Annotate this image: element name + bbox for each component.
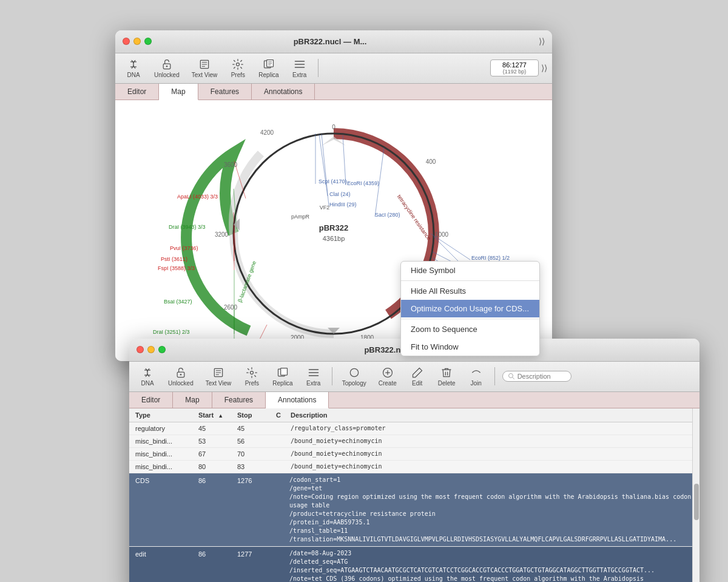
features-traffic-lights bbox=[136, 346, 166, 353]
menu-fit-window[interactable]: Fit to Window bbox=[401, 338, 539, 356]
row5-start: 86 bbox=[197, 476, 234, 485]
map-tabbar: Editor Map Features Annotations bbox=[115, 84, 552, 100]
row1-desc: /regulatory_class=promoter bbox=[289, 424, 695, 432]
features-toolbar-join[interactable]: Join bbox=[463, 364, 490, 389]
delete-icon bbox=[440, 367, 453, 379]
row3-desc: /bound_moiety=echinomycin bbox=[289, 450, 695, 458]
svg-text:1000: 1000 bbox=[435, 231, 449, 238]
maximize-button[interactable] bbox=[144, 38, 152, 45]
tab-editor[interactable]: Editor bbox=[115, 84, 159, 100]
row3-type: misc_bindi... bbox=[134, 450, 195, 458]
svg-point-90 bbox=[350, 368, 358, 376]
table-row-edit[interactable]: edit 86 1277 /date=08-Aug-2023 /deleted_… bbox=[129, 547, 699, 583]
svg-point-6 bbox=[237, 63, 240, 66]
row6-start: 86 bbox=[197, 549, 234, 558]
features-lock-open-icon bbox=[175, 367, 187, 379]
filter-search[interactable] bbox=[502, 371, 571, 382]
svg-text:0: 0 bbox=[332, 124, 335, 130]
col-stop: Stop bbox=[236, 411, 272, 419]
svg-text:pBR322: pBR322 bbox=[319, 223, 348, 232]
features-tab-map[interactable]: Map bbox=[173, 392, 212, 408]
features-toolbar-prefs[interactable]: Prefs bbox=[238, 364, 265, 389]
tab-annotations[interactable]: Annotations bbox=[252, 84, 315, 100]
svg-line-95 bbox=[512, 377, 514, 379]
features-toolbar-replica[interactable]: Replica bbox=[268, 364, 297, 389]
features-toolbar-textview[interactable]: Text View bbox=[201, 364, 237, 389]
col-start[interactable]: Start ▲ bbox=[197, 411, 234, 419]
expand-icon[interactable]: ⟩⟩ bbox=[539, 36, 545, 46]
toolbar-prefs[interactable]: Prefs bbox=[224, 56, 251, 81]
table-row[interactable]: misc_bindi... 53 56 /bound_moiety=echino… bbox=[129, 435, 699, 448]
menu-hide-all-results[interactable]: Hide All Results bbox=[401, 282, 539, 300]
features-tabbar: Editor Map Features Annotations bbox=[129, 392, 699, 408]
position-display[interactable]: 86:1277 (1192 bp) bbox=[490, 59, 539, 76]
features-tab-features[interactable]: Features bbox=[212, 392, 266, 408]
features-close-button[interactable] bbox=[136, 346, 144, 353]
row6-c bbox=[275, 549, 287, 550]
svg-point-84 bbox=[251, 371, 254, 374]
row6-stop: 1277 bbox=[236, 549, 272, 558]
features-toolbar-sep2 bbox=[494, 367, 495, 385]
dna-icon bbox=[127, 58, 140, 70]
toolbar-replica[interactable]: Replica bbox=[254, 56, 283, 81]
row2-stop: 56 bbox=[236, 437, 272, 445]
sort-arrow: ▲ bbox=[218, 413, 223, 419]
features-toolbar-unlocked[interactable]: Unlocked bbox=[163, 364, 198, 389]
menu-zoom-sequence[interactable]: Zoom to Sequence bbox=[401, 320, 539, 338]
features-toolbar-extra[interactable]: Extra bbox=[300, 364, 327, 389]
minimize-button[interactable] bbox=[133, 38, 141, 45]
svg-text:400: 400 bbox=[426, 158, 436, 165]
filter-input[interactable] bbox=[517, 373, 566, 380]
features-maximize-button[interactable] bbox=[158, 346, 166, 353]
features-toolbar-create[interactable]: Create bbox=[374, 364, 402, 389]
svg-text:HindIII (29): HindIII (29) bbox=[329, 201, 357, 208]
search-icon bbox=[508, 373, 515, 380]
toolbar-textview[interactable]: Text View bbox=[187, 56, 223, 81]
features-toolbar-delete[interactable]: Delete bbox=[433, 364, 460, 389]
map-window: pBR322.nucl — M... ⟩⟩ DNA Unlocked bbox=[115, 30, 552, 361]
row4-desc: /bound_moiety=echinomycin bbox=[289, 462, 695, 470]
table-row[interactable]: regulatory 45 45 /regulatory_class=promo… bbox=[129, 422, 699, 435]
svg-text:DraI (3251) 2/3: DraI (3251) 2/3 bbox=[153, 329, 190, 335]
scrollbar-thumb[interactable] bbox=[694, 484, 699, 520]
toolbar-dna[interactable]: DNA bbox=[120, 56, 147, 81]
tab-map[interactable]: Map bbox=[159, 84, 198, 100]
window1-title: pBR322.nucl — M... bbox=[157, 37, 504, 46]
features-tab-editor[interactable]: Editor bbox=[129, 392, 173, 408]
svg-text:SacI (280): SacI (280) bbox=[375, 212, 400, 218]
row2-c bbox=[275, 437, 287, 438]
features-prefs-icon bbox=[246, 367, 258, 379]
toolbar-right: 86:1277 (1192 bp) ⟩⟩ bbox=[490, 59, 547, 76]
table-row[interactable]: misc_bindi... 67 70 /bound_moiety=echino… bbox=[129, 448, 699, 461]
toolbar-overflow[interactable]: ⟩⟩ bbox=[541, 63, 547, 73]
features-toolbar: DNA Unlocked Text View bbox=[129, 362, 699, 392]
features-toolbar-topology[interactable]: Topology bbox=[337, 364, 371, 389]
row5-type: CDS bbox=[134, 476, 195, 485]
svg-text:VF2: VF2 bbox=[320, 205, 330, 211]
scrollbar[interactable] bbox=[692, 408, 699, 583]
row3-c bbox=[275, 450, 287, 451]
svg-text:ApaLI (4033) 3/3: ApaLI (4033) 3/3 bbox=[177, 194, 218, 200]
map-content: 0 400 1000 1400 1800 2000 2600 3200 3600… bbox=[115, 100, 552, 361]
features-toolbar-edit[interactable]: Edit bbox=[404, 364, 431, 389]
row5-desc: /codon_start=1 /gene=tet /note=Coding re… bbox=[289, 476, 695, 544]
menu-optimize-codon[interactable]: Optimize Codon Usage for CDS... bbox=[401, 300, 539, 317]
close-button[interactable] bbox=[123, 38, 130, 45]
traffic-lights bbox=[123, 38, 152, 45]
toolbar-unlocked[interactable]: Unlocked bbox=[149, 56, 184, 81]
table-row-cds[interactable]: CDS 86 1276 /codon_start=1 /gene=tet /no… bbox=[129, 473, 699, 547]
row1-type: regulatory bbox=[134, 424, 195, 433]
menu-hide-symbol[interactable]: Hide Symbol bbox=[401, 262, 539, 279]
svg-text:ScpI (4170): ScpI (4170) bbox=[318, 178, 347, 184]
toolbar-extra[interactable]: Extra bbox=[286, 56, 313, 81]
prefs-icon bbox=[232, 58, 244, 70]
table-row[interactable]: misc_bindi... 80 83 /bound_moiety=echino… bbox=[129, 461, 699, 473]
svg-text:ClaI (24): ClaI (24) bbox=[329, 191, 351, 197]
row4-c bbox=[275, 462, 287, 464]
features-toolbar-dna[interactable]: DNA bbox=[134, 364, 161, 389]
features-tab-annotations[interactable]: Annotations bbox=[266, 392, 329, 408]
topology-icon bbox=[348, 367, 360, 379]
tab-features[interactable]: Features bbox=[198, 84, 252, 100]
features-minimize-button[interactable] bbox=[147, 346, 155, 353]
svg-text:BsaI (3427): BsaI (3427) bbox=[164, 299, 192, 305]
